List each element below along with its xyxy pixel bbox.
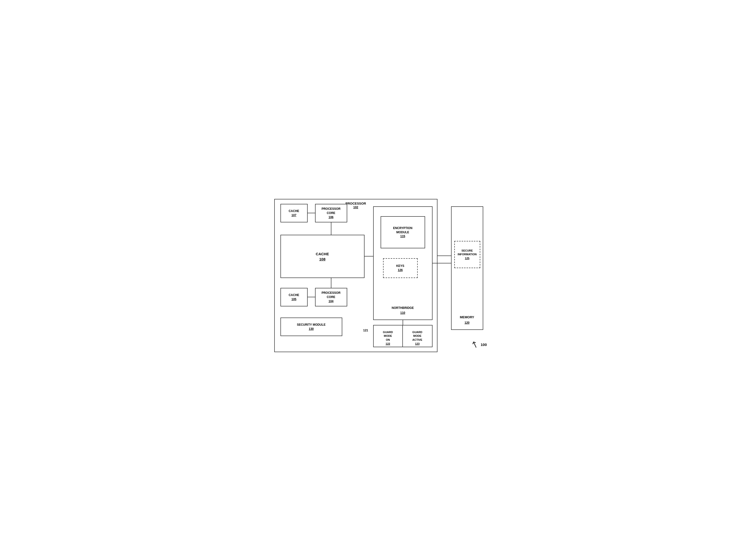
cache-105-ref: 105 [291,297,296,302]
arrow-icon: ↖ [470,338,480,351]
secure-info-ref: 125 [465,256,469,260]
proc-core-104-box: PROCESSOR CORE 104 [315,288,347,306]
memory-label: MEMORY [460,315,474,319]
encryption-label: ENCRYPTION MODULE [393,226,412,235]
memory-ref: 120 [464,321,469,325]
proc-core-106-box: PROCESSOR CORE 106 [315,204,347,222]
guard-mode-on-ref: 122 [386,342,390,346]
security-module-ref: 130 [309,327,314,331]
guard-mode-active-ref: 123 [415,342,420,346]
secure-info-box: SECURE INFORMATION 125 [454,241,480,268]
northbridge-label: NORTHBRIDGE [392,306,414,310]
proc-core-104-label: PROCESSOR CORE [322,291,340,299]
diagram-ref-label: 100 [481,343,487,347]
cache-108-ref: 108 [319,256,325,262]
guard-block-ref: 121 [363,329,368,332]
encryption-ref: 115 [400,234,405,239]
diagram-ref-arrow: ↖ 100 [471,339,487,350]
cache-107-label: CACHE [289,209,299,213]
memory-box: MEMORY 120 [451,206,483,330]
northbridge-ref: 110 [400,311,405,315]
cache-108-box: CACHE 108 [281,235,364,278]
proc-core-106-label: PROCESSOR CORE [322,207,340,215]
keys-ref: 126 [398,268,403,272]
guard-mode-active-box: GUARD MODE ACTIVE 123 [403,325,432,347]
secure-info-label: SECURE INFORMATION [458,249,477,256]
encryption-module-box: ENCRYPTION MODULE 115 [381,216,425,248]
keys-label: KEYS [396,264,404,268]
guard-mode-outer: GUARD MODE ON 122 GUARD MODE ACTIVE 123 [373,325,432,347]
cache-105-box: CACHE 105 [281,288,308,306]
security-module-label: SECURITY MODULE [297,323,326,327]
guard-mode-on-box: GUARD MODE ON 122 [374,325,403,347]
diagram: PROCESSOR 102 CACHE 107 PROCESSOR CORE 1… [267,192,489,364]
cache-107-box: CACHE 107 [281,204,308,222]
guard-mode-active-label: GUARD MODE ACTIVE [412,331,422,342]
cache-108-label: CACHE [316,251,329,256]
cache-105-label: CACHE [289,293,299,297]
keys-box: KEYS 126 [383,258,418,278]
security-module-box: SECURITY MODULE 130 [281,317,342,336]
proc-core-106-ref: 106 [328,215,333,219]
processor-ref: 102 [353,205,358,210]
proc-core-104-ref: 104 [328,299,333,304]
guard-mode-on-label: GUARD MODE ON [383,331,393,342]
cache-107-ref: 107 [291,213,296,217]
